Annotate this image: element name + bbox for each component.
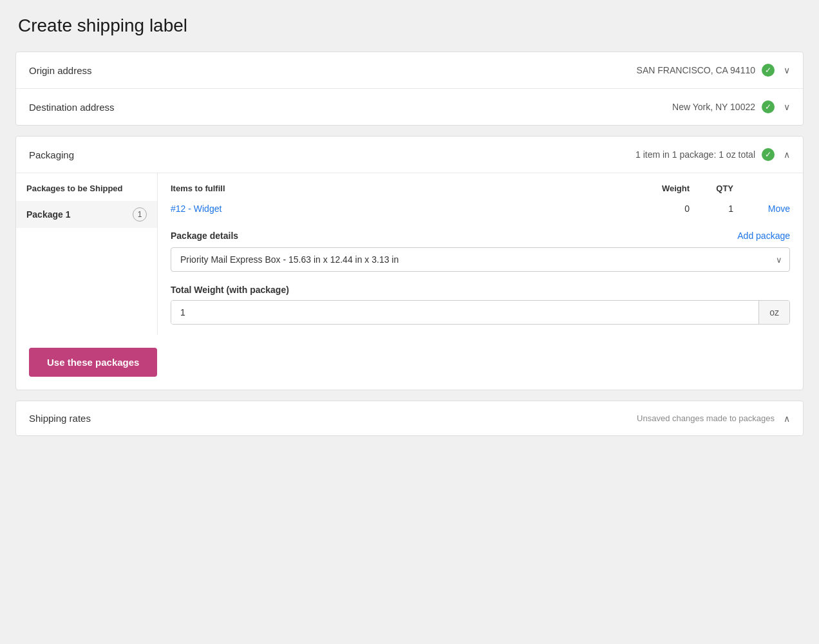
weight-input[interactable]: [171, 301, 758, 324]
page-title: Create shipping label: [15, 15, 804, 36]
items-table-header: Items to fulfill Weight QTY: [171, 184, 790, 200]
packaging-body: Packages to be Shipped Package 1 1 Items…: [16, 173, 803, 390]
shipping-rates-label: Shipping rates: [29, 413, 91, 424]
package-select[interactable]: Priority Mail Express Box - 15.63 in x 1…: [171, 247, 790, 272]
packages-left-header: Packages to be Shipped: [16, 184, 157, 201]
shipping-rates-card: Shipping rates Unsaved changes made to p…: [15, 401, 804, 436]
packaging-status: 1 item in 1 package: 1 oz total: [635, 149, 755, 160]
weight-unit: oz: [758, 301, 789, 324]
weight-input-wrapper: oz: [171, 300, 790, 325]
item-link[interactable]: #12 - Widget: [171, 204, 620, 214]
package-details-header: Package details Add package: [171, 231, 790, 241]
origin-address-status: SAN FRANCISCO, CA 94110: [637, 65, 755, 75]
item-qty: 1: [695, 204, 733, 214]
items-col-header: Items to fulfill: [171, 184, 620, 193]
package-select-wrapper: Priority Mail Express Box - 15.63 in x 1…: [171, 247, 790, 272]
packaging-header[interactable]: Packaging 1 item in 1 package: 1 oz tota…: [16, 137, 803, 173]
address-card: Origin address SAN FRANCISCO, CA 94110 ✓…: [15, 52, 804, 126]
packaging-check-icon: ✓: [762, 148, 775, 161]
packages-table: Packages to be Shipped Package 1 1 Items…: [16, 173, 803, 335]
use-packages-button[interactable]: Use these packages: [29, 348, 157, 377]
item-weight: 0: [625, 204, 690, 214]
destination-address-label: Destination address: [29, 102, 115, 113]
package-badge: 1: [133, 207, 147, 222]
origin-address-right: SAN FRANCISCO, CA 94110 ✓ ∨: [637, 64, 790, 77]
weight-col-header: Weight: [625, 184, 690, 193]
action-col-header: [739, 184, 790, 193]
use-packages-wrapper: Use these packages: [16, 335, 803, 390]
item-row: #12 - Widget 0 1 Move: [171, 200, 790, 218]
origin-chevron-icon: ∨: [784, 65, 790, 75]
origin-address-row[interactable]: Origin address SAN FRANCISCO, CA 94110 ✓…: [16, 52, 803, 89]
packaging-label: Packaging: [29, 149, 74, 160]
packaging-header-right: 1 item in 1 package: 1 oz total ✓ ∧: [635, 148, 790, 161]
destination-address-right: New York, NY 10022 ✓ ∨: [672, 100, 790, 113]
shipping-rates-header[interactable]: Shipping rates Unsaved changes made to p…: [16, 401, 803, 435]
qty-col-header: QTY: [695, 184, 733, 193]
packaging-chevron-icon: ∧: [784, 149, 790, 160]
destination-chevron-icon: ∨: [784, 102, 790, 112]
package-item[interactable]: Package 1 1: [16, 201, 157, 228]
packaging-card: Packaging 1 item in 1 package: 1 oz tota…: [15, 136, 804, 390]
package-details-label: Package details: [171, 231, 238, 241]
total-weight-label: Total Weight (with package): [171, 285, 790, 295]
item-move-button[interactable]: Move: [739, 204, 790, 214]
shipping-rates-right: Unsaved changes made to packages ∧: [637, 413, 790, 424]
origin-check-icon: ✓: [762, 64, 775, 77]
destination-address-row[interactable]: Destination address New York, NY 10022 ✓…: [16, 89, 803, 125]
packages-right: Items to fulfill Weight QTY #12 - Widget…: [158, 173, 803, 335]
origin-address-label: Origin address: [29, 65, 92, 76]
destination-address-status: New York, NY 10022: [672, 102, 755, 112]
shipping-rates-chevron-icon: ∧: [784, 413, 790, 424]
weight-section: Total Weight (with package) oz: [171, 285, 790, 325]
packages-left: Packages to be Shipped Package 1 1: [16, 173, 158, 335]
package-item-label: Package 1: [26, 209, 71, 220]
unsaved-changes-text: Unsaved changes made to packages: [637, 413, 775, 423]
package-details-section: Package details Add package Priority Mai…: [171, 231, 790, 272]
destination-check-icon: ✓: [762, 100, 775, 113]
add-package-link[interactable]: Add package: [737, 231, 790, 241]
